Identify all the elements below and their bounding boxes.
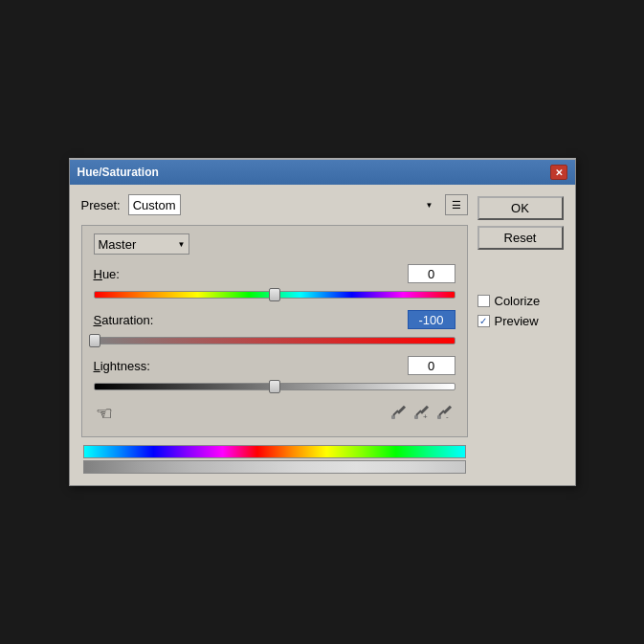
gray-color-bar: [83, 460, 466, 474]
bottom-tools: ☜: [94, 402, 455, 425]
saturation-track-container: [94, 333, 455, 348]
menu-icon: ☰: [452, 199, 461, 211]
hand-tool-icon[interactable]: ☜: [96, 402, 113, 425]
preset-select-wrapper: Custom: [128, 194, 437, 215]
close-icon: ✕: [555, 167, 563, 178]
channel-select[interactable]: MasterRedsYellowsGreensCyansBluesMagenta…: [94, 233, 189, 255]
left-panel: Preset: Custom ☰ MasterRedsYellowsGreens…: [81, 194, 468, 474]
svg-rect-0: [396, 406, 405, 414]
preview-label: Preview: [495, 314, 539, 328]
colorize-checkbox[interactable]: [477, 295, 490, 307]
preview-checkbox[interactable]: [477, 315, 490, 327]
hue-label: Hue:: [94, 267, 120, 281]
ok-button[interactable]: OK: [477, 196, 564, 220]
eyedropper-icon-1[interactable]: [390, 403, 408, 424]
dialog-title: Hue/Saturation: [78, 166, 159, 179]
hue-track[interactable]: [94, 291, 455, 299]
svg-line-5: [416, 411, 421, 415]
rainbow-color-bar: [83, 445, 466, 458]
lightness-label-row: Lightness:: [94, 356, 455, 375]
lightness-thumb[interactable]: [269, 380, 280, 393]
hue-saturation-dialog: Hue/Saturation ✕ Preset: Custom ☰: [69, 158, 576, 486]
colorize-label: Colorize: [495, 294, 541, 308]
hue-value-input[interactable]: [408, 264, 455, 283]
saturation-thumb[interactable]: [89, 334, 100, 347]
channel-select-wrapper: MasterRedsYellowsGreensCyansBluesMagenta…: [94, 233, 189, 255]
dialog-body: Preset: Custom ☰ MasterRedsYellowsGreens…: [70, 185, 575, 485]
svg-text:+: +: [423, 412, 428, 420]
svg-rect-8: [437, 415, 441, 419]
hue-track-container: [94, 287, 455, 302]
lightness-track[interactable]: [94, 383, 455, 390]
color-bar-container: [81, 445, 468, 474]
svg-rect-1: [391, 415, 395, 419]
svg-line-9: [439, 411, 444, 415]
preset-row: Preset: Custom ☰: [81, 194, 468, 215]
hue-slider-row: Hue:: [94, 264, 455, 302]
hue-thumb[interactable]: [269, 288, 280, 301]
eyedropper-tools: + -: [390, 403, 454, 424]
saturation-slider-row: Saturation:: [94, 310, 455, 348]
saturation-label: Saturation:: [94, 313, 154, 327]
lightness-value-input[interactable]: [408, 356, 455, 375]
preset-label: Preset:: [81, 198, 121, 212]
saturation-track[interactable]: [94, 337, 455, 344]
saturation-value-input[interactable]: [408, 310, 455, 329]
preset-select[interactable]: Custom: [128, 194, 181, 215]
hue-label-row: Hue:: [94, 264, 455, 283]
svg-text:-: -: [446, 412, 449, 420]
close-button[interactable]: ✕: [550, 165, 567, 180]
eyedropper-icon-2[interactable]: +: [413, 403, 431, 424]
preview-row: Preview: [477, 314, 564, 328]
lightness-slider-row: Lightness:: [94, 356, 455, 394]
title-bar: Hue/Saturation ✕: [70, 160, 575, 185]
saturation-label-row: Saturation:: [94, 310, 455, 329]
title-bar-buttons: ✕: [550, 165, 567, 180]
reset-button[interactable]: Reset: [477, 226, 564, 250]
channel-section: MasterRedsYellowsGreensCyansBluesMagenta…: [81, 225, 468, 437]
lightness-track-container: [94, 379, 455, 394]
right-panel: OK Reset Colorize Preview: [477, 194, 564, 474]
svg-line-2: [393, 411, 398, 415]
svg-rect-4: [414, 415, 418, 419]
eyedropper-icon-3[interactable]: -: [436, 403, 454, 424]
colorize-row: Colorize: [477, 294, 564, 308]
preset-menu-button[interactable]: ☰: [445, 194, 468, 215]
lightness-label: Lightness:: [94, 359, 150, 373]
